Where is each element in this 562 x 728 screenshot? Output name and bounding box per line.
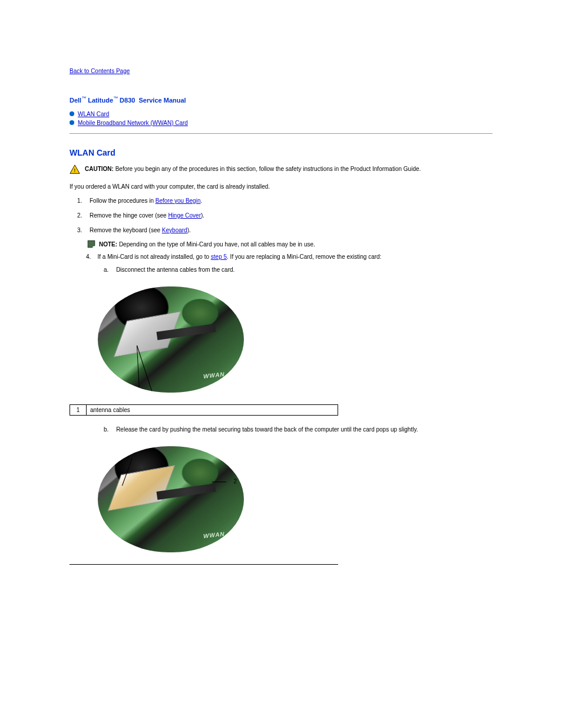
keyboard-link[interactable]: Keyboard (162, 227, 187, 233)
step-3: Remove the keyboard (see Keyboard). (84, 225, 492, 235)
note-icon (87, 240, 95, 248)
step-2: Remove the hinge cover (see Hinge Cover)… (84, 210, 492, 220)
step-4: 4. If a Mini-Card is not already install… (86, 252, 492, 262)
bullet-icon (70, 120, 74, 125)
footer-divider (70, 564, 338, 565)
legend-num: 1 (70, 404, 87, 415)
step-1: Follow the procedures in Before you Begi… (84, 196, 492, 206)
divider (70, 133, 492, 134)
bullet-icon (70, 111, 74, 116)
legend-table: 1 antenna cables (70, 404, 338, 416)
photo-securing-tabs: WWAN 1 2 (98, 446, 492, 552)
caution-icon: ! (70, 164, 80, 174)
legend-desc: antenna cables (87, 404, 338, 415)
steps-list: Follow the procedures in Before you Begi… (70, 196, 492, 235)
section-heading: WLAN Card (70, 148, 492, 157)
note-block: NOTE: Depending on the type of Mini-Card… (87, 240, 492, 249)
photo-antenna-cables: WWAN 1 (98, 286, 492, 393)
step-4b: b. Release the card by pushing the metal… (104, 425, 492, 434)
svg-marker-3 (92, 246, 95, 248)
toc: WLAN Card Mobile Broadband Network (WWAN… (70, 110, 492, 127)
toc-wwan-link[interactable]: Mobile Broadband Network (WWAN) Card (78, 118, 188, 127)
back-to-contents-link[interactable]: Back to Contents Page (70, 68, 130, 74)
hinge-cover-link[interactable]: Hinge Cover (168, 212, 201, 219)
manual-title: Dell™ Latitude™ D830 Service Manual (70, 95, 492, 104)
svg-text:!: ! (74, 166, 76, 173)
caution-block: ! CAUTION: Before you begin any of the p… (70, 164, 492, 174)
before-you-begin-link[interactable]: Before you Begin (156, 197, 201, 204)
step-4a: a. Disconnect the antenna cables from th… (104, 265, 492, 275)
toc-wlan-link[interactable]: WLAN Card (78, 110, 109, 118)
intro-text: If you ordered a WLAN card with your com… (70, 182, 492, 191)
step5-link[interactable]: step 5 (211, 253, 227, 260)
